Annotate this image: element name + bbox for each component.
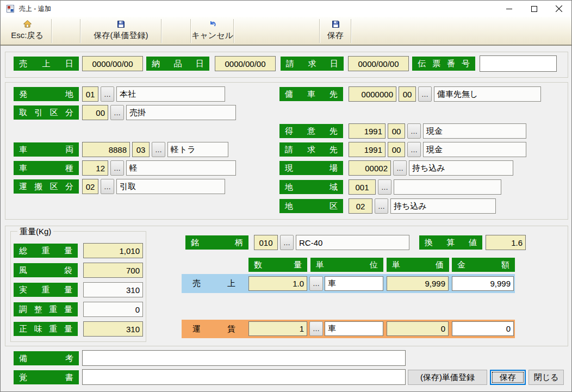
adjust-weight-label: 調整重量 xyxy=(14,302,78,316)
close-button[interactable] xyxy=(546,1,571,17)
site-browse-button[interactable]: … xyxy=(393,160,407,176)
billing-date-label: 請求日 xyxy=(281,57,344,71)
memo-input[interactable] xyxy=(82,369,406,385)
toolbar-save-label: 保存 xyxy=(327,29,344,41)
memo-label: 覚書 xyxy=(14,370,79,384)
charter-label: 傭車先 xyxy=(279,87,343,101)
vehicle-type-name-field: 軽 xyxy=(126,160,236,176)
district-browse-button[interactable]: … xyxy=(375,198,388,214)
net-weight-input[interactable]: 310 xyxy=(83,321,143,337)
home-icon xyxy=(23,18,32,29)
sales-unit-browse-button[interactable]: … xyxy=(309,276,323,291)
price-header: 単価 xyxy=(387,258,449,272)
charter-subcode-input[interactable]: 00 xyxy=(399,86,416,102)
net-weight-label: 正味重量 xyxy=(14,322,78,336)
slip-number-input[interactable] xyxy=(480,55,557,72)
conversion-value-input[interactable]: 1.6 xyxy=(486,235,526,250)
region-browse-button[interactable]: … xyxy=(378,179,391,195)
toolbar-separator xyxy=(233,19,234,43)
customer-name-field: 現金 xyxy=(423,123,526,139)
brand-label: 銘柄 xyxy=(185,235,248,250)
delivery-date-input[interactable]: 0000/00/00 xyxy=(215,56,276,71)
freight-unit-input[interactable]: 車 xyxy=(325,321,383,336)
customer-browse-button[interactable]: … xyxy=(407,123,421,139)
amount-header: 金額 xyxy=(452,258,515,272)
brand-browse-button[interactable]: … xyxy=(280,235,294,250)
customer-code-input[interactable]: 1991 xyxy=(349,123,386,139)
footer-save-unit-button[interactable]: (保存)単価登録 xyxy=(408,370,487,385)
app-icon xyxy=(6,4,15,13)
toolbar: Esc:戻る 保存(単価登録) キャンセル 保存 xyxy=(1,17,571,46)
billing-to-code-input[interactable]: 1991 xyxy=(349,142,386,157)
gross-weight-input[interactable]: 1,010 xyxy=(83,243,143,258)
maximize-button[interactable] xyxy=(521,1,546,17)
brand-code-input[interactable]: 010 xyxy=(254,235,278,250)
customer-subcode-input[interactable]: 00 xyxy=(388,123,405,139)
transaction-label: 取引区分 xyxy=(14,105,79,120)
window-title: 売上 - 追加 xyxy=(19,1,51,17)
footer-close-button[interactable]: 閉じる xyxy=(529,370,564,385)
weight-group-title: 重量(Kg) xyxy=(17,226,53,237)
remarks-label: 備考 xyxy=(14,351,79,365)
undo-icon xyxy=(208,18,217,29)
sales-unit-input[interactable]: 車 xyxy=(325,276,383,291)
transport-name-field: 引取 xyxy=(116,179,225,194)
footer-save-button[interactable]: 保存 xyxy=(490,370,526,385)
departure-browse-button[interactable]: … xyxy=(101,86,114,102)
freight-qty-input[interactable]: 1 xyxy=(248,321,307,336)
slip-number-label: 伝票番号 xyxy=(412,57,475,71)
sales-amount-field: 9,999 xyxy=(452,276,514,291)
freight-amount-field: 0 xyxy=(452,321,514,336)
transaction-code-input[interactable]: 00 xyxy=(82,105,108,120)
sales-qty-input[interactable]: 1.0 xyxy=(248,276,307,291)
vehicle-browse-button[interactable]: … xyxy=(152,142,165,157)
vehicle-code-input[interactable]: 8888 xyxy=(82,142,130,157)
sale-date-input[interactable]: 0000/00/00 xyxy=(82,56,143,71)
toolbar-save-unit-button[interactable]: 保存(単価登録) xyxy=(82,18,160,43)
toolbar-separator xyxy=(51,19,52,43)
region-code-input[interactable]: 001 xyxy=(349,179,376,195)
billing-to-subcode-input[interactable]: 00 xyxy=(388,142,405,157)
departure-code-input[interactable]: 01 xyxy=(82,86,98,102)
minimize-icon xyxy=(506,6,512,12)
region-label: 地域 xyxy=(279,180,343,194)
departure-label: 発地 xyxy=(14,87,79,101)
toolbar-back-label: Esc:戻る xyxy=(11,29,43,41)
charter-code-input[interactable]: 0000000 xyxy=(349,86,396,102)
site-code-input[interactable]: 00002 xyxy=(349,160,391,176)
transport-code-input[interactable]: 02 xyxy=(82,179,98,194)
billing-date-input[interactable]: 0000/00/00 xyxy=(348,56,409,71)
vehicle-type-browse-button[interactable]: … xyxy=(110,160,124,176)
vehicle-name-field: 軽トラ xyxy=(167,142,228,157)
vehicle-label: 車両 xyxy=(14,142,79,157)
toolbar-save-button[interactable]: 保存 xyxy=(321,18,350,43)
transaction-browse-button[interactable]: … xyxy=(110,105,124,120)
freight-price-input[interactable]: 0 xyxy=(387,321,449,336)
toolbar-back-button[interactable]: Esc:戻る xyxy=(4,18,51,43)
unit-header: 単位 xyxy=(310,258,383,272)
sales-row-label: 売上 xyxy=(188,276,240,290)
remarks-input[interactable] xyxy=(82,350,406,366)
sales-price-input[interactable]: 9,999 xyxy=(387,276,449,291)
vehicle-type-code-input[interactable]: 12 xyxy=(82,160,108,176)
district-code-input[interactable]: 02 xyxy=(349,198,372,214)
vehicle-type-label: 車種 xyxy=(14,161,79,175)
vehicle-subcode-input[interactable]: 03 xyxy=(132,142,150,157)
transport-label: 運搬区分 xyxy=(14,179,79,194)
transport-browse-button[interactable]: … xyxy=(101,179,114,194)
charter-browse-button[interactable]: … xyxy=(418,86,432,102)
district-label: 地区 xyxy=(279,199,343,213)
floppy-icon xyxy=(332,18,340,29)
adjust-weight-field: 0 xyxy=(83,302,143,317)
toolbar-separator xyxy=(80,19,81,43)
toolbar-save-unit-label: 保存(単価登録) xyxy=(94,29,148,41)
minimize-button[interactable] xyxy=(496,1,521,17)
district-name-field: 持ち込み xyxy=(390,198,496,214)
freight-unit-browse-button[interactable]: … xyxy=(309,321,323,336)
billing-to-browse-button[interactable]: … xyxy=(407,142,421,157)
conversion-label: 換算値 xyxy=(419,235,482,250)
actual-weight-field: 310 xyxy=(83,282,143,297)
tare-weight-input[interactable]: 700 xyxy=(83,263,143,278)
toolbar-cancel-button[interactable]: キャンセル xyxy=(192,18,232,43)
charter-name-field: 傭車先無し xyxy=(434,86,541,102)
